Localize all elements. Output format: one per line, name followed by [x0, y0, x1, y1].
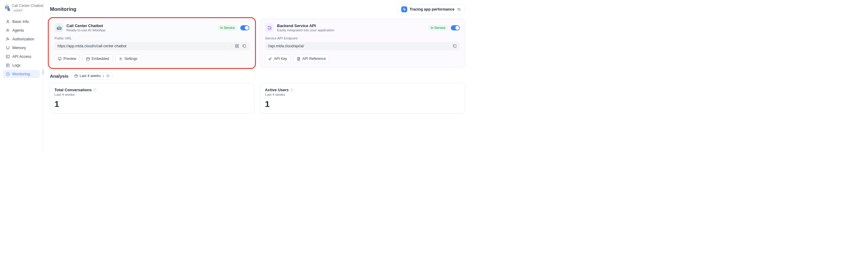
stat-total-conversations: Total Conversations ? Last 4 weeks 1: [49, 83, 254, 113]
public-url-text[interactable]: https://app.mtda.cloud/x/call-center-cha…: [57, 44, 231, 48]
svg-point-19: [269, 58, 270, 60]
sidebar: 🤖 Call Center Chatbot AGENT Basic Info A…: [0, 0, 43, 150]
svg-rect-9: [236, 45, 237, 46]
svg-point-16: [268, 26, 269, 27]
svg-rect-12: [244, 45, 246, 47]
sidebar-item-logs[interactable]: Logs: [3, 61, 40, 69]
api-status-badge: In Service: [428, 25, 448, 30]
logs-icon: [5, 63, 10, 67]
app-card: 🤖 Call Center Chatbot Ready-to-use AI We…: [49, 19, 254, 67]
api-url-text[interactable]: //api.mtda.cloud/api/ai/: [268, 44, 453, 48]
sidebar-item-label: Basic Info: [12, 20, 29, 24]
sidebar-item-api-access[interactable]: API Access: [3, 52, 40, 60]
stat-title-label: Total Conversations: [55, 88, 92, 92]
svg-rect-10: [237, 45, 239, 46]
info-icon[interactable]: ?: [93, 88, 97, 92]
sidebar-item-label: Monitoring: [12, 72, 30, 76]
sidebar-item-agents[interactable]: Agents: [3, 26, 40, 34]
memory-icon: [5, 46, 10, 50]
svg-point-3: [7, 38, 8, 39]
monitoring-icon: [5, 72, 10, 76]
api-url-label: Service API Endpoint: [265, 36, 460, 40]
stat-value: 1: [265, 99, 460, 109]
svg-point-17: [270, 29, 271, 29]
svg-rect-11: [236, 46, 237, 48]
api-key-button[interactable]: API Key: [265, 55, 290, 63]
page-title: Monitoring: [50, 6, 76, 12]
copy-icon[interactable]: [453, 44, 457, 48]
preview-button[interactable]: Preview: [55, 55, 80, 63]
sidebar-item-authorization[interactable]: Authorization: [3, 35, 40, 43]
qr-code-icon[interactable]: [235, 44, 239, 48]
settings-button[interactable]: Settings: [116, 55, 141, 63]
copy-icon[interactable]: [242, 44, 246, 48]
agents-icon: [5, 28, 10, 32]
app-card-title: Call Center Chatbot: [66, 24, 105, 28]
period-value: Last 4 weeks: [80, 74, 101, 78]
sidebar-item-label: Authorization: [12, 37, 34, 41]
user-icon: [5, 19, 10, 24]
app-header: 🤖 Call Center Chatbot AGENT: [3, 3, 40, 16]
key-icon: [268, 57, 272, 61]
app-enable-toggle[interactable]: [240, 25, 249, 30]
monitor-icon: [58, 57, 62, 61]
tracing-label: Tracing app performance: [410, 7, 455, 11]
svg-point-1: [7, 29, 8, 30]
api-card: Backend Service API Easily integrated in…: [260, 19, 465, 67]
stat-title-label: Active Users: [265, 88, 289, 92]
activity-icon: [401, 6, 407, 12]
clear-period-icon[interactable]: ✕: [106, 74, 110, 78]
api-url-box: //api.mtda.cloud/api/ai/: [265, 42, 460, 50]
svg-point-15: [120, 58, 121, 59]
api-enable-toggle[interactable]: [451, 25, 460, 30]
sidebar-item-basic-info[interactable]: Basic Info: [3, 18, 40, 26]
app-icon: 🤖: [5, 4, 9, 10]
sidebar-item-label: Memory: [12, 46, 26, 50]
api-card-icon: [265, 23, 274, 32]
stat-subtitle: Last 4 weeks: [265, 93, 460, 96]
gear-icon: [119, 57, 123, 61]
svg-rect-13: [58, 57, 61, 60]
svg-rect-20: [74, 75, 77, 77]
embedded-button[interactable]: Embedded: [83, 55, 113, 63]
app-card-icon: 🤖: [55, 23, 63, 32]
analysis-title: Analysis: [50, 74, 69, 79]
svg-rect-14: [86, 57, 89, 60]
svg-rect-4: [6, 55, 9, 58]
layout-icon: [86, 57, 90, 61]
svg-rect-18: [454, 45, 456, 47]
svg-point-2: [8, 29, 9, 30]
info-icon[interactable]: ?: [290, 88, 293, 92]
svg-point-0: [7, 20, 8, 22]
api-card-subtitle: Easily integrated into your application: [277, 28, 335, 32]
agent-badge: AGENT: [12, 8, 24, 12]
api-reference-button[interactable]: API Reference: [293, 55, 329, 63]
svg-point-7: [458, 8, 458, 9]
sidebar-resize-handle[interactable]: [42, 69, 43, 75]
app-status-badge: In Service: [218, 25, 237, 30]
chevron-down-icon: ▾: [102, 74, 104, 78]
sidebar-item-label: Logs: [12, 63, 21, 67]
public-url-box: https://app.mtda.cloud/x/call-center-cha…: [55, 42, 249, 50]
sidebar-item-label: API Access: [12, 55, 31, 59]
app-name: Call Center Chatbot: [12, 4, 43, 8]
api-card-title: Backend Service API: [277, 24, 335, 28]
stat-active-users: Active Users ? Last 4 weeks 1: [260, 83, 465, 113]
app-card-subtitle: Ready-to-use AI WebApp: [66, 28, 105, 32]
tracing-button[interactable]: Tracing app performance: [398, 4, 464, 15]
calendar-icon: [74, 74, 78, 78]
period-select[interactable]: Last 4 weeks ▾ ✕: [71, 72, 113, 80]
document-icon: [297, 57, 301, 61]
sidebar-item-monitoring[interactable]: Monitoring: [3, 70, 40, 78]
sidebar-item-memory[interactable]: Memory: [3, 44, 40, 52]
terminal-icon: [5, 54, 10, 59]
stat-subtitle: Last 4 weeks: [55, 93, 249, 96]
svg-point-8: [460, 10, 460, 10]
sidebar-nav: Basic Info Agents Authorization Memory: [3, 18, 40, 78]
public-url-label: Public URL: [55, 36, 249, 40]
sliders-icon[interactable]: [457, 7, 461, 11]
authorization-icon: [5, 37, 10, 41]
stat-value: 1: [55, 99, 249, 109]
sidebar-item-label: Agents: [12, 28, 24, 32]
main-content: Monitoring Tracing app performance 🤖 Cal…: [43, 0, 471, 150]
